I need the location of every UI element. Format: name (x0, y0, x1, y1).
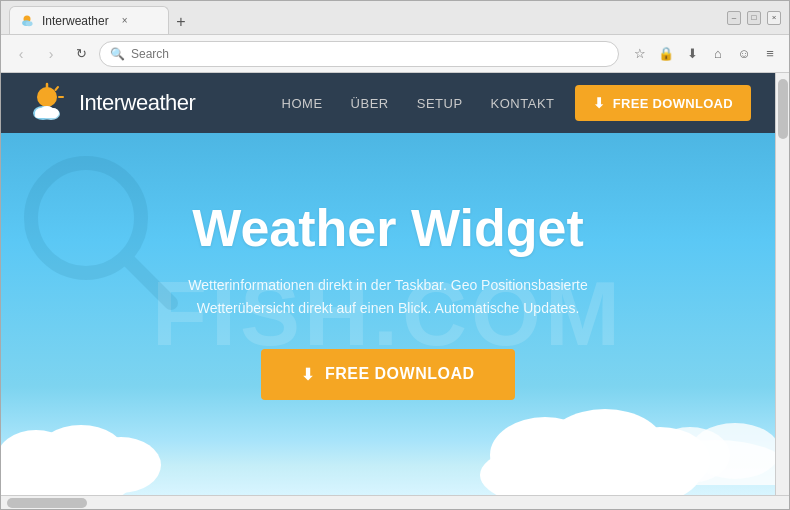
magnifier-bg-icon (21, 153, 181, 313)
nav-home-link[interactable]: HOME (282, 96, 323, 111)
back-button[interactable]: ‹ (9, 42, 33, 66)
scrollbar-thumb[interactable] (778, 79, 788, 139)
svg-line-5 (56, 87, 59, 90)
svg-point-3 (37, 87, 57, 107)
svg-point-2 (26, 21, 33, 26)
nav-setup-link[interactable]: SETUP (417, 96, 463, 111)
minimize-button[interactable]: – (727, 11, 741, 25)
tab-area: Interweather × + (9, 1, 719, 34)
title-bar: Interweather × + – □ × (1, 1, 789, 35)
forward-button[interactable]: › (39, 42, 63, 66)
clouds-container (1, 405, 775, 495)
vertical-scrollbar[interactable] (775, 73, 789, 495)
hero-download-button[interactable]: ⬇ FREE DOWNLOAD (261, 349, 514, 400)
hero-content: Weather Widget Wetterinformationen direk… (188, 198, 587, 400)
window-controls: – □ × (727, 11, 781, 25)
nav-uber-link[interactable]: ÜBER (351, 96, 389, 111)
url-bar[interactable]: 🔍 (99, 41, 619, 67)
svg-rect-12 (35, 113, 57, 118)
horizontal-scrollbar[interactable] (1, 495, 789, 509)
cloud-left (1, 415, 181, 495)
search-icon: 🔍 (110, 47, 125, 61)
nav-links: HOME ÜBER SETUP KONTAKT (282, 96, 555, 111)
logo-text: Interweather (79, 90, 195, 116)
site-nav: Interweather HOME ÜBER SETUP KONTAKT ⬇ F… (1, 73, 775, 133)
browser-content: Interweather HOME ÜBER SETUP KONTAKT ⬇ F… (1, 73, 775, 495)
profile-icon[interactable]: ☺ (733, 43, 755, 65)
cloud-right (625, 415, 775, 485)
toolbar-icons: ☆ 🔒 ⬇ ⌂ ☺ ≡ (629, 43, 781, 65)
nav-download-icon: ⬇ (593, 95, 605, 111)
address-bar: ‹ › ↻ 🔍 ☆ 🔒 ⬇ ⌂ ☺ ≡ (1, 35, 789, 73)
home-icon[interactable]: ⌂ (707, 43, 729, 65)
nav-kontakt-link[interactable]: KONTAKT (491, 96, 555, 111)
hero-subtitle: Wetterinformationen direkt in der Taskba… (188, 274, 587, 319)
browser-window: Interweather × + – □ × ‹ › ↻ 🔍 ☆ 🔒 ⬇ ⌂ ☺… (0, 0, 790, 510)
svg-point-18 (81, 437, 161, 493)
tab-title: Interweather (42, 14, 109, 28)
star-icon[interactable]: ☆ (629, 43, 651, 65)
site-logo: Interweather (25, 81, 195, 125)
active-tab[interactable]: Interweather × (9, 6, 169, 34)
window-close-button[interactable]: × (767, 11, 781, 25)
website: Interweather HOME ÜBER SETUP KONTAKT ⬇ F… (1, 73, 775, 495)
lock-icon[interactable]: 🔒 (655, 43, 677, 65)
horizontal-scrollbar-thumb[interactable] (7, 498, 87, 508)
favicon-icon (20, 14, 34, 28)
hero-title: Weather Widget (188, 198, 587, 258)
download-icon[interactable]: ⬇ (681, 43, 703, 65)
new-tab-button[interactable]: + (169, 10, 193, 34)
search-input[interactable] (131, 47, 608, 61)
logo-icon (25, 81, 69, 125)
svg-line-14 (128, 260, 171, 303)
nav-download-button[interactable]: ⬇ FREE DOWNLOAD (575, 85, 751, 121)
menu-icon[interactable]: ≡ (759, 43, 781, 65)
hero-download-icon: ⬇ (301, 365, 315, 384)
maximize-button[interactable]: □ (747, 11, 761, 25)
refresh-button[interactable]: ↻ (69, 42, 93, 66)
hero-section: fish.com Weather Widget Wetterinformatio… (1, 133, 775, 495)
tab-close-button[interactable]: × (117, 13, 133, 29)
browser-content-wrapper: Interweather HOME ÜBER SETUP KONTAKT ⬇ F… (1, 73, 789, 495)
